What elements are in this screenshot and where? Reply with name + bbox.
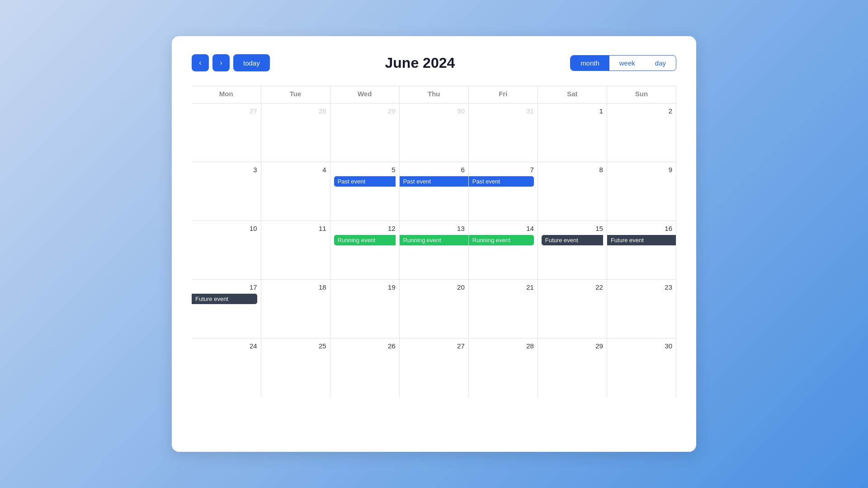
event-past-mid[interactable]: Past event	[400, 176, 468, 187]
day-cell-21[interactable]: 21	[468, 280, 538, 338]
view-switcher: month week day	[570, 55, 676, 71]
chevron-left-icon: ‹	[199, 59, 201, 67]
day-cell-28[interactable]: 28	[468, 338, 538, 397]
dow-header-mon: Mon	[192, 86, 261, 103]
day-number: 12	[334, 225, 396, 232]
day-cell-3[interactable]: 3	[192, 162, 261, 221]
day-number: 18	[265, 283, 326, 291]
day-cell-5[interactable]: 5Past event	[330, 162, 399, 221]
day-cell-2[interactable]: 2	[607, 103, 676, 162]
view-week-button[interactable]: week	[609, 56, 645, 70]
day-number: 22	[542, 283, 603, 291]
day-cell-9[interactable]: 9	[607, 162, 676, 221]
day-number: 6	[403, 166, 465, 174]
day-number: 2	[611, 107, 672, 115]
day-cell-13[interactable]: 13Running event	[399, 221, 468, 280]
day-cell-30[interactable]: 30	[607, 338, 676, 397]
today-button[interactable]: today	[233, 54, 270, 71]
day-number: 9	[611, 166, 672, 174]
day-number: 28	[265, 107, 326, 115]
day-cell-23[interactable]: 23	[607, 280, 676, 338]
prev-button[interactable]: ‹	[192, 54, 209, 71]
day-number: 7	[472, 166, 534, 174]
day-cell-8[interactable]: 8	[538, 162, 607, 221]
week-row-4: 24252627282930	[192, 338, 676, 397]
next-button[interactable]: ›	[212, 54, 230, 71]
day-cell-28-other[interactable]: 28	[261, 103, 330, 162]
day-cell-31-other[interactable]: 31	[468, 103, 538, 162]
day-cell-1[interactable]: 1	[538, 103, 607, 162]
view-day-button[interactable]: day	[645, 56, 676, 70]
day-cell-15[interactable]: 15Future event	[538, 221, 607, 280]
dow-header-tue: Tue	[261, 86, 330, 103]
week-row-2: 101112Running event13Running event14Runn…	[192, 221, 676, 280]
day-number: 27	[403, 342, 465, 350]
day-cell-6[interactable]: 6Past event	[399, 162, 468, 221]
day-cell-27-other[interactable]: 27	[192, 103, 261, 162]
day-cell-29[interactable]: 29	[538, 338, 607, 397]
day-number: 1	[542, 107, 603, 115]
day-number: 31	[472, 107, 534, 115]
day-number: 17	[195, 283, 257, 291]
event-running-mid[interactable]: Running event	[400, 235, 468, 245]
day-of-week-row: MonTueWedThuFriSatSun	[192, 86, 676, 103]
day-cell-14[interactable]: 14Running event	[468, 221, 538, 280]
calendar-container: ‹ › today June 2024 month week day MonTu…	[172, 36, 696, 452]
day-number: 28	[472, 342, 534, 350]
day-cell-7[interactable]: 7Past event	[468, 162, 538, 221]
day-cell-17[interactable]: 17Future event	[192, 280, 261, 338]
day-cell-10[interactable]: 10	[192, 221, 261, 280]
day-number: 16	[611, 225, 672, 232]
day-number: 3	[195, 166, 257, 174]
week-row-1: 345Past event6Past event7Past event89	[192, 162, 676, 221]
day-cell-27[interactable]: 27	[399, 338, 468, 397]
nav-group: ‹ › today	[192, 54, 270, 71]
chevron-right-icon: ›	[220, 59, 222, 67]
day-cell-19[interactable]: 19	[330, 280, 399, 338]
day-number: 19	[334, 283, 396, 291]
event-running-end[interactable]: Running event	[469, 235, 534, 245]
calendar-body: 272829303112345Past event6Past event7Pas…	[192, 103, 676, 397]
day-cell-25[interactable]: 25	[261, 338, 330, 397]
day-cell-22[interactable]: 22	[538, 280, 607, 338]
event-past-start[interactable]: Past event	[334, 176, 396, 187]
event-future-mid[interactable]: Future event	[607, 235, 676, 245]
day-cell-24[interactable]: 24	[192, 338, 261, 397]
day-number: 14	[472, 225, 534, 232]
calendar-header: ‹ › today June 2024 month week day	[192, 54, 676, 71]
day-cell-18[interactable]: 18	[261, 280, 330, 338]
day-cell-4[interactable]: 4	[261, 162, 330, 221]
day-cell-16[interactable]: 16Future event	[607, 221, 676, 280]
event-running-start[interactable]: Running event	[334, 235, 396, 245]
day-number: 26	[334, 342, 396, 350]
week-row-0: 272829303112	[192, 103, 676, 162]
day-number: 15	[542, 225, 603, 232]
dow-header-fri: Fri	[468, 86, 538, 103]
day-number: 24	[195, 342, 257, 350]
day-cell-11[interactable]: 11	[261, 221, 330, 280]
day-cell-20[interactable]: 20	[399, 280, 468, 338]
event-future-end[interactable]: Future event	[192, 294, 257, 304]
day-number: 23	[611, 283, 672, 291]
day-number: 29	[334, 107, 396, 115]
day-number: 21	[472, 283, 534, 291]
dow-header-sun: Sun	[607, 86, 676, 103]
day-number: 29	[542, 342, 603, 350]
day-number: 30	[403, 107, 465, 115]
day-number: 4	[265, 166, 326, 174]
day-cell-30-other[interactable]: 30	[399, 103, 468, 162]
day-number: 25	[265, 342, 326, 350]
day-cell-12[interactable]: 12Running event	[330, 221, 399, 280]
day-number: 27	[195, 107, 257, 115]
week-row-3: 17Future event181920212223	[192, 280, 676, 338]
month-title: June 2024	[385, 55, 455, 71]
day-number: 13	[403, 225, 465, 232]
day-cell-26[interactable]: 26	[330, 338, 399, 397]
day-number: 5	[334, 166, 396, 174]
day-number: 30	[611, 342, 672, 350]
view-month-button[interactable]: month	[571, 56, 609, 70]
day-number: 10	[195, 225, 257, 232]
event-past-end[interactable]: Past event	[469, 176, 534, 187]
event-future-start[interactable]: Future event	[542, 235, 603, 245]
day-cell-29-other[interactable]: 29	[330, 103, 399, 162]
